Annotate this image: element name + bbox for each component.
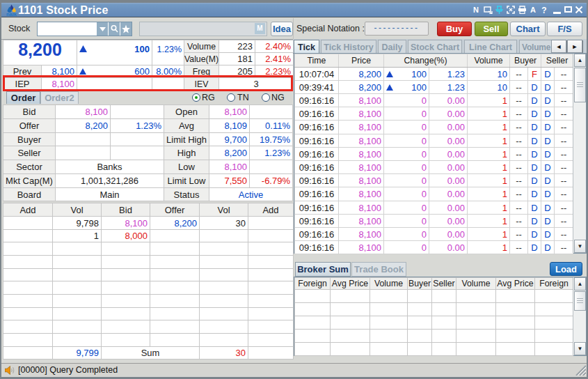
svg-text:naik: naik xyxy=(6,11,17,17)
